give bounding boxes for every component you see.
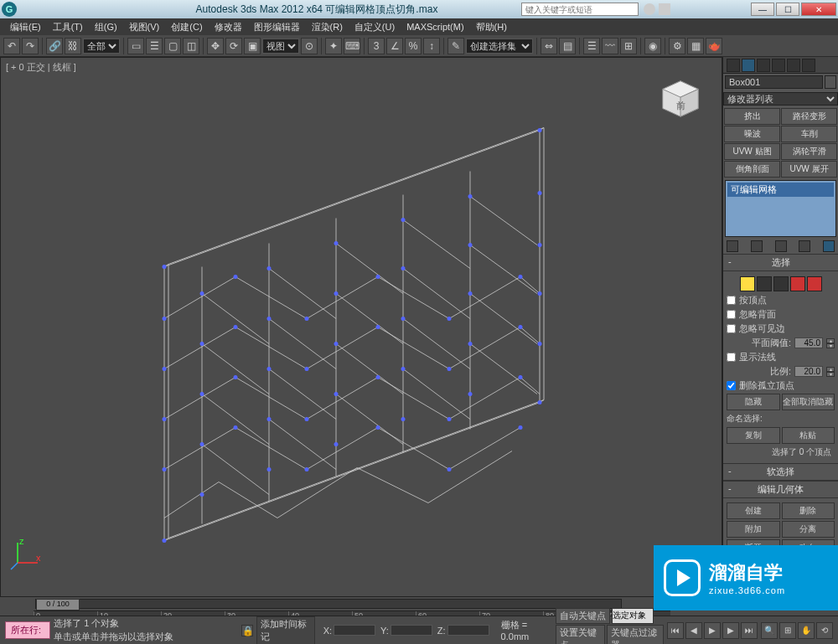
menu-grapheditors[interactable]: 图形编辑器	[249, 19, 305, 35]
menu-edit[interactable]: 编辑(E)	[5, 19, 46, 35]
menu-modifiers[interactable]: 修改器	[210, 19, 247, 35]
show-normals-checkbox[interactable]	[727, 353, 736, 362]
spinner-snap-button[interactable]: ↕	[423, 38, 440, 54]
modify-tab-icon[interactable]	[742, 59, 755, 72]
menu-tools[interactable]: 工具(T)	[48, 19, 88, 35]
modbtn-noise[interactable]: 噪波	[724, 126, 780, 142]
autokey-button[interactable]: 自动关键点	[556, 608, 610, 624]
modbtn-pathdeform[interactable]: 路径变形	[781, 108, 837, 125]
hide-button[interactable]: 隐藏	[727, 394, 780, 410]
stack-item-editable-mesh[interactable]: 可编辑网格	[727, 183, 834, 197]
snap-toggle-button[interactable]: 3	[368, 38, 385, 54]
keyfilter-button[interactable]: 关键点过滤器	[607, 625, 664, 645]
utilities-tab-icon[interactable]	[802, 59, 815, 72]
detach-button[interactable]: 分离	[782, 521, 835, 538]
subobj-element-icon[interactable]	[807, 276, 822, 291]
unhide-all-button[interactable]: 全部取消隐藏	[782, 394, 835, 410]
object-color-swatch[interactable]	[825, 75, 836, 89]
menu-maxscript[interactable]: MAXScript(M)	[401, 20, 468, 33]
align-button[interactable]: ▤	[559, 38, 576, 54]
select-name-button[interactable]: ☰	[146, 38, 163, 54]
modbtn-lathe[interactable]: 车削	[781, 126, 837, 142]
subobj-face-icon[interactable]	[773, 276, 789, 291]
nav-pan-icon[interactable]: ✋	[798, 622, 815, 639]
mirror-button[interactable]: ⇔	[541, 38, 557, 54]
move-button[interactable]: ✥	[207, 38, 224, 54]
nav-zoomall-icon[interactable]: ⊞	[779, 622, 796, 639]
subobj-vertex-icon[interactable]	[740, 276, 755, 291]
menu-views[interactable]: 视图(V)	[124, 19, 165, 35]
nav-zoom-icon[interactable]: 🔍	[761, 622, 778, 639]
nav-orbit-icon[interactable]: ⟲	[816, 622, 833, 639]
delete-button[interactable]: 删除	[782, 502, 835, 519]
modbtn-uvwunwrap[interactable]: UVW 展开	[781, 161, 837, 178]
modifier-stack[interactable]: 可编辑网格	[725, 180, 836, 237]
star-icon[interactable]	[659, 3, 670, 15]
ignore-backfacing-checkbox[interactable]	[727, 310, 736, 319]
pivot-button[interactable]: ⊙	[301, 38, 318, 54]
menu-help[interactable]: 帮助(H)	[471, 19, 512, 35]
play-button[interactable]: ▶	[704, 622, 721, 639]
material-editor-button[interactable]: ◉	[644, 38, 661, 54]
create-button[interactable]: 创建	[727, 502, 780, 519]
render-setup-button[interactable]: ⚙	[669, 38, 685, 54]
redo-button[interactable]: ↷	[22, 38, 39, 54]
motion-tab-icon[interactable]	[772, 59, 785, 72]
select-button[interactable]: ▭	[127, 38, 144, 54]
show-end-icon[interactable]	[751, 240, 763, 252]
unique-icon[interactable]	[775, 240, 787, 252]
next-frame-button[interactable]: ▶	[722, 622, 739, 639]
planar-thresh-input[interactable]	[794, 337, 823, 348]
scale-button[interactable]: ▣	[244, 38, 261, 54]
time-slider-track[interactable]: 0 / 100	[35, 599, 622, 609]
attach-button[interactable]: 附加	[727, 521, 780, 538]
rollout-selection-header[interactable]: 选择	[723, 255, 838, 271]
object-name-input[interactable]	[725, 75, 823, 89]
copy-sel-button[interactable]: 复制	[727, 427, 780, 444]
pin-stack-icon[interactable]	[727, 240, 738, 252]
time-slider-thumb[interactable]: 0 / 100	[36, 599, 80, 611]
configure-icon[interactable]	[823, 240, 835, 252]
region-rect-button[interactable]: ▢	[164, 38, 181, 54]
rollout-softsel-header[interactable]: 软选择	[723, 464, 838, 481]
remove-mod-icon[interactable]	[799, 240, 810, 252]
keyboard-button[interactable]: ⌨	[344, 38, 360, 54]
rotate-button[interactable]: ⟳	[225, 38, 242, 54]
viewport[interactable]: [ + 0 正交 | 线框 ]	[0, 57, 722, 597]
undo-button[interactable]: ↶	[3, 38, 20, 54]
modbtn-bevelprofile[interactable]: 倒角剖面	[724, 161, 780, 178]
rollout-editgeom-header[interactable]: 编辑几何体	[723, 482, 838, 498]
maximize-button[interactable]: ☐	[776, 3, 799, 16]
spinner-down-icon[interactable]: ▾	[826, 343, 835, 348]
angle-snap-button[interactable]: ∠	[386, 38, 403, 54]
menu-rendering[interactable]: 渲染(R)	[307, 19, 348, 35]
unlink-button[interactable]: ⛓	[65, 38, 81, 54]
render-frame-button[interactable]: ▦	[687, 38, 704, 54]
delete-isolated-checkbox[interactable]	[727, 381, 736, 390]
schematic-button[interactable]: ⊞	[620, 38, 637, 54]
by-vertex-checkbox[interactable]	[727, 296, 736, 305]
subobj-edge-icon[interactable]	[757, 276, 772, 291]
lock-icon[interactable]: 🔒	[241, 625, 253, 636]
viewcube-icon[interactable]: 前	[656, 75, 705, 123]
render-button[interactable]: 🫖	[706, 38, 722, 54]
ref-coord-dropdown[interactable]: 视图	[262, 39, 299, 54]
goto-start-button[interactable]: ⏮	[667, 622, 684, 639]
window-crossing-button[interactable]: ◫	[183, 38, 199, 54]
help-search-input[interactable]	[521, 3, 639, 16]
menu-customize[interactable]: 自定义(U)	[349, 19, 400, 35]
hierarchy-tab-icon[interactable]	[757, 59, 770, 72]
goto-end-button[interactable]: ⏭	[741, 622, 758, 639]
menu-group[interactable]: 组(G)	[90, 19, 122, 35]
create-tab-icon[interactable]	[727, 59, 740, 72]
layers-button[interactable]: ☰	[583, 38, 600, 54]
prev-frame-button[interactable]: ◀	[685, 622, 702, 639]
setkey-button[interactable]: 设置关键点	[556, 625, 605, 645]
ignore-visible-checkbox[interactable]	[727, 324, 736, 333]
normal-scale-input[interactable]	[794, 366, 823, 377]
modbtn-turbosmooth[interactable]: 涡轮平滑	[781, 143, 837, 160]
z-input[interactable]	[447, 625, 489, 636]
key-target-dropdown[interactable]	[612, 608, 654, 624]
paste-sel-button[interactable]: 粘贴	[782, 427, 835, 444]
help-icon[interactable]	[644, 3, 655, 15]
